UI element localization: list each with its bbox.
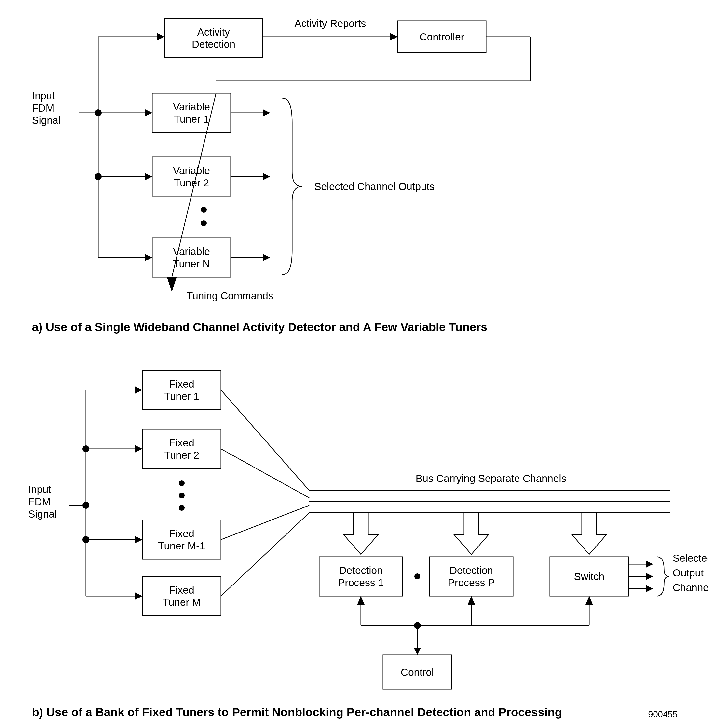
svg-marker-17 [263, 109, 270, 117]
svg-marker-59 [646, 585, 653, 592]
vt2-l2: Tuner 2 [174, 177, 209, 189]
svg-point-14 [201, 207, 207, 213]
b-input-l1: Input [28, 484, 51, 495]
svg-marker-9 [145, 173, 152, 180]
activity-reports-label: Activity Reports [295, 18, 366, 29]
svg-point-42 [179, 505, 184, 511]
diagram-a: Input FDM Signal Activity Detection Acti… [32, 18, 530, 334]
input-label-l3: Signal [32, 114, 61, 126]
svg-marker-65 [586, 596, 593, 605]
svg-marker-51 [454, 512, 489, 554]
ftm-l1: Fixed [169, 584, 194, 596]
svg-point-34 [83, 446, 89, 452]
svg-marker-26 [167, 277, 177, 292]
svg-marker-31 [135, 386, 142, 394]
ftm-l2: Tuner M [163, 596, 201, 608]
control-label: Control [400, 666, 434, 678]
svg-marker-19 [263, 173, 270, 180]
fixed-tuner-m-box [142, 576, 221, 616]
controller-label: Controller [419, 31, 464, 43]
variable-tuner-2-box [152, 157, 231, 196]
ft2-l2: Tuner 2 [164, 449, 199, 461]
activity-l2: Detection [192, 39, 235, 50]
bus-arrow-3 [572, 512, 606, 554]
svg-marker-69 [413, 648, 421, 655]
dp1-l1: Detection [339, 564, 383, 576]
svg-line-43 [221, 390, 309, 491]
activity-detection-box [164, 19, 263, 58]
svg-marker-57 [646, 573, 653, 580]
svg-marker-55 [646, 560, 653, 568]
tuning-commands-label: Tuning Commands [187, 290, 273, 301]
fixed-tuner-m1-box [142, 520, 221, 559]
svg-marker-52 [572, 512, 606, 554]
svg-line-45 [221, 505, 309, 540]
selected-outputs-label: Selected Channel Outputs [314, 181, 435, 192]
svg-marker-33 [135, 445, 142, 453]
svg-marker-11 [145, 254, 152, 261]
fig-id: 900455 [648, 709, 678, 719]
svg-point-40 [179, 480, 184, 486]
diagram-svg: Input FDM Signal Activity Detection Acti… [0, 0, 708, 728]
svg-marker-50 [344, 512, 378, 554]
fixed-tuner-2-box [142, 429, 221, 469]
svg-line-44 [221, 449, 309, 498]
activity-l1: Activity [197, 26, 230, 38]
svg-point-53 [414, 573, 420, 579]
dpp-l2: Process P [448, 577, 495, 588]
svg-point-15 [201, 220, 207, 226]
detection-process-p-box [429, 557, 513, 596]
svg-marker-13 [390, 33, 398, 41]
b-input-l2: FDM [28, 496, 51, 508]
switch-label: Switch [574, 571, 604, 582]
variable-tuner-1-box [152, 93, 231, 132]
svg-point-41 [179, 492, 184, 498]
ft1-l1: Fixed [169, 378, 194, 390]
fixed-tuner-1-box [142, 371, 221, 410]
svg-marker-21 [263, 254, 270, 261]
input-label-l2: FDM [32, 102, 54, 114]
dpp-l1: Detection [450, 564, 493, 576]
bus-label: Bus Carrying Separate Channels [416, 473, 566, 484]
vtn-l1: Variable [173, 246, 210, 257]
svg-marker-39 [135, 592, 142, 600]
svg-point-37 [83, 536, 89, 543]
sel-l3: Channels [673, 582, 708, 593]
caption-b: b) Use of a Bank of Fixed Tuners to Perm… [32, 706, 562, 719]
svg-marker-63 [468, 596, 475, 605]
bus-arrow-1 [344, 512, 378, 554]
ft1-l2: Tuner 1 [164, 391, 199, 402]
vt2-l1: Variable [173, 165, 210, 177]
svg-marker-6 [145, 109, 152, 117]
ft2-l1: Fixed [169, 437, 194, 449]
svg-line-46 [221, 512, 309, 596]
detection-process-1-box [319, 557, 403, 596]
dp1-l2: Process 1 [338, 577, 384, 588]
variable-tuner-n-box [152, 238, 231, 277]
ftm1-l1: Fixed [169, 528, 194, 539]
b-input-l3: Signal [28, 508, 57, 520]
input-label-l1: Input [32, 90, 55, 101]
vt1-l2: Tuner 1 [174, 113, 209, 125]
sel-l1: Selected [673, 552, 708, 564]
vt1-l1: Variable [173, 101, 210, 113]
svg-marker-4 [157, 33, 164, 41]
svg-marker-36 [135, 536, 142, 543]
diagram-b: Input FDM Signal Fixed Tuner 1 Fixed Tun… [28, 371, 708, 719]
bus-arrow-2 [454, 512, 489, 554]
vtn-l2: Tuner N [173, 258, 210, 269]
svg-marker-61 [357, 596, 364, 605]
caption-a: a) Use of a Single Wideband Channel Acti… [32, 321, 487, 334]
sel-l2: Output [673, 567, 704, 579]
ftm1-l2: Tuner M-1 [158, 540, 205, 551]
